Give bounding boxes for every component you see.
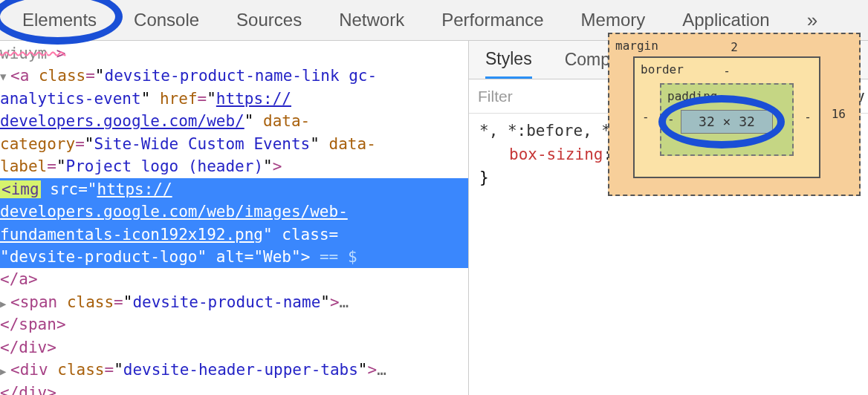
box-model-diagram[interactable]: margin 2 16 border - - - padding - - 32 … bbox=[608, 33, 861, 196]
subtab-styles[interactable]: Styles bbox=[485, 49, 532, 79]
dom-a-wrap3: category="Site-Wide Custom Events" data- bbox=[0, 133, 468, 155]
border-right-val: - bbox=[804, 108, 812, 126]
border-label: border bbox=[641, 61, 684, 79]
box-model-content[interactable]: 32 × 32 bbox=[681, 110, 773, 134]
dom-img-selected[interactable]: <img src="https:// bbox=[0, 178, 468, 200]
dom-a-wrap1: analytics-event" href="https:// bbox=[0, 88, 468, 110]
margin-right-val: 16 bbox=[832, 105, 846, 123]
tab-console[interactable]: Console bbox=[134, 10, 199, 30]
border-left-val: - bbox=[642, 108, 650, 126]
border-top-val: - bbox=[723, 62, 731, 80]
dom-span-row[interactable]: ▶<span class="devsite-product-name">… bbox=[0, 291, 468, 313]
dom-a-close[interactable]: </a> bbox=[0, 268, 468, 290]
tab-memory[interactable]: Memory bbox=[581, 10, 646, 30]
padding-label: padding bbox=[667, 88, 717, 105]
dom-a-open[interactable]: ▼<a class="devsite-product-name-link gc- bbox=[0, 65, 468, 87]
tab-performance[interactable]: Performance bbox=[441, 10, 543, 30]
dom-span-close: </span> bbox=[0, 313, 468, 336]
tab-more-icon[interactable]: » bbox=[807, 9, 816, 32]
dom-img-wrap2: developers.google.com/web/images/web- bbox=[0, 200, 468, 223]
tab-sources[interactable]: Sources bbox=[236, 10, 302, 30]
elements-dom-tree[interactable]: wiuym > ▼<a class="devsite-product-name-… bbox=[0, 41, 468, 395]
expand-icon[interactable]: ▶ bbox=[0, 364, 10, 379]
dom-div-close: </div> bbox=[0, 336, 468, 359]
dom-partial-row: wiuym > bbox=[0, 42, 468, 65]
dom-div2-row[interactable]: ▶<div class="devsite-header-upper-tabs">… bbox=[0, 359, 468, 381]
expand-icon[interactable]: ▶ bbox=[0, 296, 10, 311]
margin-top-val: 2 bbox=[731, 39, 738, 56]
styles-rules[interactable]: devsite-google *, *:before, *:after { bo… bbox=[469, 114, 868, 196]
tab-application[interactable]: Application bbox=[682, 10, 769, 30]
margin-label: margin bbox=[615, 37, 658, 55]
dom-a-wrap4: label="Project logo (header)"> bbox=[0, 155, 468, 177]
dom-img-wrap4: "devsite-product-logo" alt="Web"> == $ bbox=[0, 246, 468, 268]
tab-elements[interactable]: Elements bbox=[22, 10, 97, 30]
styles-panel: Styles Computed Event Listeners » :hov d… bbox=[468, 41, 868, 395]
main-area: wiuym > ▼<a class="devsite-product-name-… bbox=[0, 41, 868, 395]
padding-right-val: - bbox=[779, 111, 786, 128]
dom-img-wrap3: fundamentals-icon192x192.png" class= bbox=[0, 223, 468, 246]
expand-icon[interactable]: ▼ bbox=[0, 69, 10, 84]
tab-network[interactable]: Network bbox=[339, 10, 404, 30]
dom-div2-close: </div> bbox=[0, 382, 468, 395]
padding-left-val: - bbox=[667, 111, 675, 128]
dom-a-wrap2: developers.google.com/web/" data- bbox=[0, 110, 468, 132]
